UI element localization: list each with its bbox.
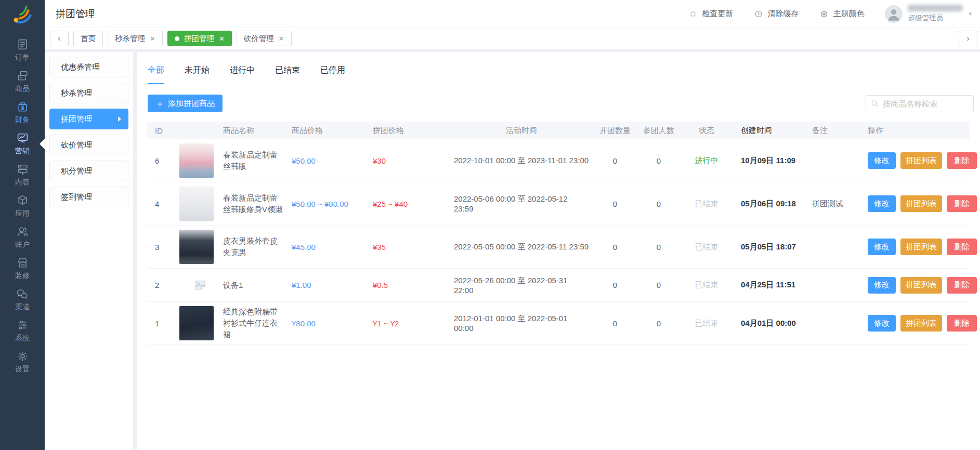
sidebar-item-装修[interactable]: 装修: [0, 253, 45, 284]
row-action-修改-button[interactable]: 修改: [868, 277, 896, 294]
app-logo[interactable]: [0, 0, 45, 28]
row-action-拼团列表-button[interactable]: 拼团列表: [900, 277, 942, 294]
cell-group-price: ¥30: [373, 156, 454, 165]
fitment-icon: [16, 256, 29, 269]
topbar-action-theme-color[interactable]: 主题颜色: [819, 9, 864, 19]
row-action-修改-button[interactable]: 修改: [868, 315, 896, 332]
cell-product-price: ¥45.00: [292, 243, 373, 252]
cell-product-name: 设备1: [223, 280, 292, 291]
filter-tab-已结束[interactable]: 已结束: [275, 65, 300, 84]
settings-icon: [16, 350, 29, 363]
product-thumbnail: [179, 306, 214, 340]
row-action-拼团列表-button[interactable]: 拼团列表: [900, 195, 942, 212]
page-tab-label: 砍价管理: [244, 34, 274, 44]
close-icon[interactable]: ✕: [219, 35, 225, 42]
submenu-notch: [40, 139, 45, 149]
sidebar-item-订单[interactable]: 订单: [0, 34, 45, 65]
row-action-删除-button[interactable]: 删除: [947, 277, 977, 294]
row-action-删除-button[interactable]: 删除: [947, 195, 977, 212]
page-tab-label: 首页: [81, 34, 96, 44]
submenu-item-优惠券管理[interactable]: 优惠券管理: [49, 57, 128, 77]
tabs-scroll-right-button[interactable]: ›: [959, 31, 977, 46]
cell-open-count: 0: [593, 156, 637, 165]
close-icon[interactable]: ✕: [279, 35, 284, 42]
sidebar-item-账户[interactable]: 账户: [0, 221, 45, 253]
tabs-scroll-left-button[interactable]: ‹: [50, 31, 69, 46]
filter-tab-未开始[interactable]: 未开始: [185, 65, 210, 84]
submenu-item-签到管理[interactable]: 签到管理: [49, 187, 128, 207]
page-title: 拼团管理: [45, 7, 95, 21]
cell-join-count: 0: [637, 156, 681, 165]
main-content: 全部未开始进行中已结束已停用 ＋ 添加拼团商品 ID商品名称商品价格拼团价格活动…: [137, 52, 980, 450]
cell-group-price: ¥1 ~ ¥2: [373, 319, 454, 328]
row-action-删除-button[interactable]: 删除: [947, 239, 977, 255]
sidebar-item-渠道[interactable]: 渠道: [0, 284, 45, 315]
close-icon[interactable]: ✕: [150, 35, 155, 42]
sidebar-item-财务[interactable]: 财务: [0, 97, 45, 128]
topbar-action-label: 清除缓存: [767, 9, 799, 19]
sidebar-item-应用[interactable]: 应用: [0, 190, 45, 221]
cell-group-price: ¥25 ~ ¥40: [373, 200, 454, 208]
search-icon: [870, 99, 879, 108]
row-action-删除-button[interactable]: 删除: [947, 315, 977, 332]
topbar-action-check-update[interactable]: 检查更新: [688, 9, 733, 19]
search-input[interactable]: [866, 95, 974, 112]
topbar-action-label: 检查更新: [702, 9, 733, 19]
cell-open-count: 0: [593, 319, 637, 328]
row-action-拼团列表-button[interactable]: 拼团列表: [900, 152, 942, 169]
cell-thumbnail: [177, 187, 223, 221]
column-header: 商品价格: [292, 126, 373, 136]
sidebar-item-商品[interactable]: 商品: [0, 65, 45, 97]
table-row-id-4: 4春装新品定制蕾丝韩版修身V领淑¥50.00 ~ ¥80.00¥25 ~ ¥40…: [147, 182, 970, 226]
page-tab-拼团管理[interactable]: 拼团管理✕: [167, 31, 232, 46]
submenu-item-拼团管理[interactable]: 拼团管理: [49, 109, 128, 129]
submenu-item-label: 秒杀管理: [61, 88, 92, 98]
user-menu[interactable]: 超级管理员▾: [885, 5, 972, 23]
filter-tab-进行中[interactable]: 进行中: [230, 65, 255, 84]
row-action-拼团列表-button[interactable]: 拼团列表: [900, 315, 942, 332]
cell-product-name: 春装新品定制蕾丝韩版: [223, 149, 292, 172]
column-header: ID: [147, 126, 177, 135]
cell-created-time: 05月06日 09:18: [733, 199, 803, 209]
topbar-action-clear-cache[interactable]: 清除缓存: [754, 9, 799, 19]
sidebar-item-设置[interactable]: 设置: [0, 346, 45, 377]
row-action-修改-button[interactable]: 修改: [868, 152, 896, 169]
cell-created-time: 05月05日 18:07: [733, 242, 803, 252]
cell-id: 1: [147, 319, 177, 328]
filter-tab-全部[interactable]: 全部: [148, 65, 164, 84]
sidebar-item-内容[interactable]: 内容: [0, 159, 45, 190]
cell-actions: 修改拼团列表删除: [860, 152, 970, 169]
column-header: 创建时间: [733, 126, 803, 136]
cell-product-price: ¥80.00: [292, 319, 373, 328]
plus-icon: ＋: [155, 99, 164, 108]
add-groupbuy-product-button[interactable]: ＋ 添加拼团商品: [148, 95, 223, 112]
page-tab-label: 秒杀管理: [115, 34, 145, 44]
toolbar: ＋ 添加拼团商品: [137, 95, 980, 112]
sidebar-item-营销[interactable]: 营销: [0, 128, 45, 159]
table-row-id-2: 2设备1¥1.00¥0.52022-05-26 00:00 至 2022-05-…: [147, 269, 970, 302]
page-tab-首页[interactable]: 首页: [73, 31, 103, 46]
tabstrip: ‹ 首页秒杀管理✕拼团管理✕砍价管理✕ ›: [45, 28, 980, 49]
row-action-删除-button[interactable]: 删除: [947, 152, 977, 169]
cell-join-count: 0: [637, 200, 681, 208]
cell-product-price: ¥50.00: [292, 156, 373, 165]
cell-remark: 拼团测试: [803, 199, 860, 209]
submenu-item-秒杀管理[interactable]: 秒杀管理: [49, 83, 128, 103]
sidebar-item-label: 装修: [15, 271, 30, 281]
row-action-修改-button[interactable]: 修改: [868, 239, 896, 255]
page-tab-秒杀管理[interactable]: 秒杀管理✕: [108, 31, 163, 46]
submenu-item-积分管理[interactable]: 积分管理: [49, 161, 128, 181]
cell-id: 4: [147, 200, 177, 208]
bottom-divider: [137, 431, 980, 431]
sidebar-item-label: 内容: [15, 178, 30, 187]
cell-id: 3: [147, 243, 177, 252]
row-action-拼团列表-button[interactable]: 拼团列表: [900, 239, 942, 255]
sidebar-item-系统[interactable]: 系统: [0, 315, 45, 346]
submenu-item-砍价管理[interactable]: 砍价管理: [49, 135, 128, 155]
row-action-修改-button[interactable]: 修改: [868, 195, 896, 212]
chevron-down-icon: ▾: [969, 10, 972, 17]
cell-product-name: 经典深色附腰带衬衫式牛仔连衣裙: [223, 306, 292, 340]
filter-tab-已停用[interactable]: 已停用: [320, 65, 345, 84]
page-tab-砍价管理[interactable]: 砍价管理✕: [237, 31, 292, 46]
column-header: 活动时间: [454, 126, 593, 136]
